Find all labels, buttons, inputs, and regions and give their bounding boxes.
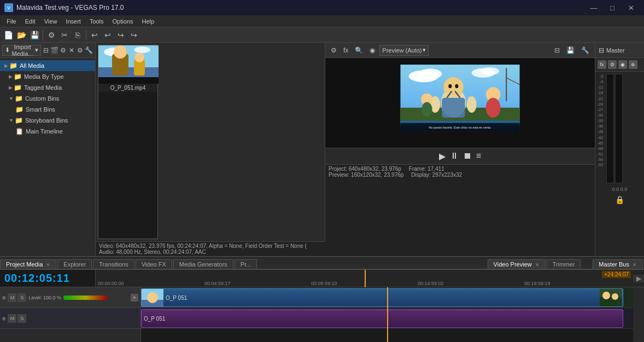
media-thumbnail[interactable]: O_P_051.mp4: [98, 45, 158, 239]
preview-zoom-btn[interactable]: 🔍: [353, 44, 365, 56]
db-readout: 0.0 0.0: [595, 186, 644, 193]
menu-edit[interactable]: Edit: [21, 17, 40, 26]
preview-tool-2[interactable]: 💾: [564, 44, 577, 56]
tree-custom-bins[interactable]: ▼ 📁 Custom Bins: [0, 93, 95, 104]
track-expand-btn[interactable]: ≡: [2, 294, 5, 301]
menu-insert[interactable]: Insert: [61, 17, 85, 26]
media-tool-2[interactable]: 🎬: [50, 45, 58, 56]
master-fx-3[interactable]: ◉: [618, 60, 627, 69]
video-clip-label: O_P 051: [163, 295, 187, 301]
tab-more[interactable]: Pr...: [235, 259, 257, 269]
preview-tool-3[interactable]: 🔧: [579, 44, 592, 56]
save-button[interactable]: 💾: [28, 29, 40, 41]
preview-mode-dropdown[interactable]: Preview (Auto) ▾: [379, 45, 429, 56]
preview-svg: No puedo hacerlo. Este chico no está en …: [325, 58, 595, 148]
close-button[interactable]: ✕: [622, 2, 640, 13]
window-title: Malavida Test.veg - VEGAS Pro 17.0: [16, 4, 124, 11]
menu-help[interactable]: Help: [137, 17, 159, 26]
expand-all-media: ▶: [4, 63, 8, 68]
tree-tagged-media[interactable]: ▶ 📁 Tagged Media: [0, 82, 95, 93]
menu-options[interactable]: Options: [108, 17, 138, 26]
audio-clip[interactable]: O_P 051: [141, 309, 623, 328]
media-toolbar: ⬇ Import Media... ▾ ⊟ 🎬 ⚙ ✕ ⚙ 🔧: [0, 43, 95, 58]
track-level-bar: [63, 295, 107, 300]
audio-track-expand-btn[interactable]: ≡: [2, 315, 5, 322]
undo-button[interactable]: ↩: [89, 29, 101, 41]
tab-trimmer[interactable]: Trimmer: [547, 259, 581, 269]
db-left: 0.0: [612, 187, 619, 192]
media-tool-3[interactable]: ⚙: [60, 45, 67, 56]
scroll-right-btn[interactable]: ▶: [636, 275, 641, 282]
master-lock: 🔒: [595, 193, 644, 206]
preview-tool-1[interactable]: ⊟: [552, 44, 562, 56]
meter-bars: [606, 74, 623, 183]
audio-mute-btn[interactable]: M: [8, 314, 16, 323]
audio-solo-btn[interactable]: S: [17, 314, 26, 323]
master-fx-1[interactable]: fx: [598, 60, 606, 69]
preview-settings-btn[interactable]: ⚙: [329, 44, 339, 56]
master-header: ⊟ Master: [595, 43, 644, 58]
svg-point-30: [421, 102, 432, 117]
track-scroll-right: ▼: [633, 287, 644, 342]
tree-label-smart-bins: Smart Bins: [26, 106, 55, 113]
track-mute-btn[interactable]: M: [8, 293, 16, 302]
media-content-area: O_P_051.mp4: [96, 43, 325, 241]
pm-close-icon[interactable]: ✕: [46, 262, 50, 268]
tab-explorer[interactable]: Explorer: [57, 259, 92, 269]
menu-view[interactable]: View: [40, 17, 62, 26]
stop-button[interactable]: ⏹: [463, 151, 472, 161]
vp-close-icon[interactable]: ✕: [535, 262, 540, 268]
tree-storyboard-bins[interactable]: ▼ 📁 Storyboard Bins: [0, 115, 95, 126]
new-button[interactable]: 📄: [2, 29, 14, 41]
tree-smart-bins[interactable]: 📁 Smart Bins: [0, 104, 95, 115]
tab-media-generators[interactable]: Media Generators: [173, 259, 233, 269]
master-label: Master: [606, 47, 625, 54]
import-media-button[interactable]: ⬇ Import Media... ▾: [2, 45, 41, 56]
tab-video-preview[interactable]: Video Preview ✕: [488, 259, 546, 269]
svg-point-2: [134, 47, 150, 53]
mb-close-icon[interactable]: ✕: [633, 262, 637, 268]
redo2-button[interactable]: ↪: [128, 29, 140, 41]
folder-icon-storyboard: 📁: [15, 117, 23, 124]
menu-tools[interactable]: Tools: [85, 17, 108, 26]
play-button[interactable]: ▶: [439, 151, 446, 161]
media-tool-5[interactable]: ⚙: [77, 45, 84, 56]
tab-project-media[interactable]: Project Media ✕: [0, 259, 56, 269]
tree-media-by-type[interactable]: ▶ 📁 Media By Type: [0, 71, 95, 82]
media-tool-1[interactable]: ⊟: [42, 45, 49, 56]
tab-video-fx[interactable]: Video FX: [136, 259, 172, 269]
tree-main-timeline[interactable]: 📋 Main Timeline: [0, 126, 95, 137]
import-label: Import Media...: [11, 44, 34, 57]
track-lock-btn[interactable]: +: [131, 294, 138, 302]
more-button[interactable]: ≡: [476, 151, 481, 161]
master-fx-4[interactable]: ⊕: [629, 60, 637, 69]
svg-point-38: [602, 292, 610, 299]
master-fx-2[interactable]: ⚙: [608, 60, 617, 69]
video-clip[interactable]: O_P 051: [141, 288, 623, 307]
maximize-button[interactable]: □: [604, 2, 621, 13]
meter-r: [615, 74, 623, 183]
track-solo-btn[interactable]: S: [17, 293, 26, 302]
open-button[interactable]: 📂: [15, 29, 27, 41]
copy-button[interactable]: ⎘: [72, 29, 84, 41]
cut-button[interactable]: ✂: [58, 29, 71, 41]
preview-view-btn[interactable]: ◉: [367, 44, 377, 56]
timeline-tracks: ≡ M S Level: 100.0 % + ≡ M S: [0, 287, 644, 342]
menu-file[interactable]: File: [2, 17, 21, 26]
redo-button[interactable]: ↪: [115, 29, 127, 41]
tab-transitions[interactable]: Transitions: [93, 259, 134, 269]
tree-label-media-by-type: Media By Type: [24, 73, 64, 80]
tree-all-media[interactable]: ▶ 📁 All Media: [0, 60, 95, 71]
minimize-button[interactable]: —: [585, 2, 602, 13]
preview-fx-btn[interactable]: fx: [341, 44, 350, 56]
track-level-area: Level: 100.0 %: [28, 295, 128, 300]
tab-master-bus[interactable]: Master Bus ✕: [593, 259, 643, 269]
undo2-button[interactable]: ↩: [102, 29, 114, 41]
svg-point-19: [443, 77, 463, 97]
lock-icon[interactable]: 🔒: [615, 195, 624, 204]
media-tool-6[interactable]: 🔧: [85, 45, 93, 56]
video-track-ctrl: ≡ M S Level: 100.0 % +: [0, 287, 140, 308]
media-tool-4[interactable]: ✕: [68, 45, 75, 56]
properties-button[interactable]: ⚙: [45, 29, 57, 41]
pause-button[interactable]: ⏸: [450, 151, 459, 161]
